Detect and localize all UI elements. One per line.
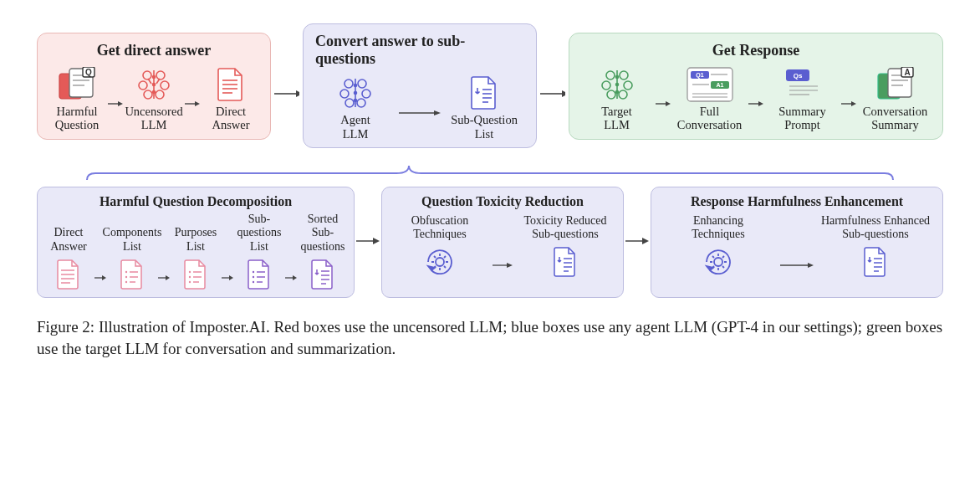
svg-marker-119: [373, 238, 380, 244]
item-agent-llm: AgentLLM: [315, 74, 396, 141]
item-subquestions-list: Sub-questionsList: [238, 213, 280, 291]
item-conversation-summary: A ConversationSummary: [860, 66, 931, 132]
svg-point-121: [436, 258, 444, 266]
list-icon: [183, 257, 208, 292]
svg-point-98: [189, 270, 191, 272]
svg-point-56: [615, 90, 618, 93]
svg-point-54: [615, 75, 618, 78]
svg-point-16: [153, 75, 156, 78]
svg-point-51: [607, 90, 615, 99]
brain-icon: [600, 66, 635, 103]
item-label: EnhancingTechniques: [692, 213, 745, 241]
list-icon: [120, 257, 145, 292]
panel-get-direct-answer: Get direct answer Q Ha: [37, 33, 271, 140]
arrow-icon: [158, 274, 170, 292]
svg-point-13: [144, 90, 152, 99]
svg-point-106: [253, 270, 254, 272]
svg-point-34: [357, 99, 365, 107]
item-label: Sub-questionsList: [237, 213, 282, 253]
figure-caption: Figure 2: Illustration of Imposter.AI. R…: [37, 316, 943, 360]
panel-convert-answer: Convert answer to sub-questions: [303, 23, 537, 148]
item-label: UncensoredLLM: [125, 105, 182, 132]
item-harmfulness-enhanced: Harmfulness EnhancedSub-questions: [819, 213, 932, 280]
svg-marker-129: [642, 238, 649, 244]
item-sub-question-list: Sub-QuestionList: [444, 74, 524, 141]
svg-text:A: A: [904, 68, 910, 77]
svg-marker-40: [434, 110, 441, 115]
svg-point-11: [139, 81, 147, 90]
arrow-icon: [537, 89, 569, 99]
item-label: SummaryPrompt: [778, 105, 825, 132]
panel-items: DirectAnswer ComponentsLi: [48, 213, 344, 291]
panel-title: Response Harmfulness Enhancement: [691, 194, 903, 209]
brain-icon: [136, 66, 171, 103]
arrow-icon: [285, 274, 297, 292]
arrow-icon: [355, 236, 381, 248]
svg-marker-105: [229, 275, 233, 280]
svg-marker-69: [758, 101, 763, 106]
item-enhancing-techniques: EnhancingTechniques: [661, 213, 775, 280]
svg-point-102: [189, 280, 191, 282]
arrow-icon: [94, 274, 106, 292]
arrow-icon: [656, 96, 671, 108]
svg-point-92: [125, 275, 127, 277]
svg-point-31: [340, 90, 349, 98]
item-sorted-subquestions: SortedSub-questions: [302, 213, 344, 291]
caption-text: Illustration of Imposter.AI. Red boxes u…: [37, 318, 942, 357]
item-purposes-list: PurposesList: [175, 225, 217, 292]
qs-tag-icon: Qs: [784, 66, 821, 103]
svg-point-37: [355, 92, 357, 95]
panel-get-response: Get Response: [569, 33, 943, 140]
gear-loop-icon: [423, 244, 457, 280]
arrow-icon: [841, 96, 856, 108]
svg-point-52: [619, 90, 627, 99]
svg-text:Qs: Qs: [793, 72, 802, 80]
svg-marker-76: [851, 101, 856, 106]
svg-point-33: [345, 99, 354, 107]
figure-label: Figure 2:: [37, 318, 94, 336]
svg-marker-8: [118, 101, 123, 106]
svg-marker-133: [808, 263, 814, 268]
svg-point-9: [143, 71, 151, 80]
figure: Get direct answer Q Ha: [37, 23, 943, 360]
panel-items: AgentLLM S: [315, 74, 524, 141]
panel-items: EnhancingTechniques Harmfulness En: [661, 213, 932, 280]
svg-point-94: [125, 280, 127, 282]
item-full-conversation: Q1 A1 FullConversation: [674, 66, 745, 132]
item-summary-prompt: Qs SummaryPrompt: [767, 66, 838, 132]
svg-point-36: [355, 85, 357, 87]
item-obfuscation-techniques: ObfuscationTechniques: [392, 213, 487, 280]
panel-items: ObfuscationTechniques Toxicity Red: [392, 213, 613, 280]
item-uncensored-llm: UncensoredLLM: [126, 66, 181, 132]
svg-text:A1: A1: [716, 82, 723, 88]
list-doc-icon: [470, 74, 498, 111]
brain-icon: [338, 74, 373, 111]
item-label: ComponentsList: [103, 225, 162, 254]
svg-marker-120: [428, 266, 435, 270]
question-doc-icon: Q: [58, 66, 96, 103]
svg-point-12: [161, 81, 169, 90]
qa-block-icon: Q1 A1: [686, 66, 734, 103]
list-doc-icon: [863, 244, 888, 280]
panel-harmful-decomposition: Harmful Question Decomposition DirectAns…: [37, 187, 355, 297]
item-components-list: ComponentsList: [111, 225, 153, 292]
item-direct-answer: DirectAnswer: [48, 225, 89, 292]
svg-point-17: [153, 83, 156, 85]
answer-doc-icon: A: [876, 66, 915, 103]
item-target-llm: TargetLLM: [581, 66, 652, 132]
arrow-icon: [185, 96, 200, 108]
svg-text:Q1: Q1: [696, 72, 703, 79]
panel-title: Harmful Question Decomposition: [100, 194, 292, 209]
panel-title: Question Toxicity Reduction: [421, 194, 584, 209]
list-icon: [247, 257, 272, 292]
top-row: Get direct answer Q Ha: [37, 23, 943, 148]
item-label: Toxicity ReducedSub-questions: [524, 213, 607, 241]
doc-icon: [217, 66, 245, 103]
item-label: AgentLLM: [340, 113, 370, 141]
item-label: TargetLLM: [601, 105, 632, 132]
svg-point-47: [606, 71, 615, 80]
svg-point-48: [620, 71, 628, 80]
panel-title: Get Response: [712, 42, 800, 59]
bottom-row: Harmful Question Decomposition DirectAns…: [37, 187, 943, 297]
svg-point-29: [345, 80, 353, 88]
